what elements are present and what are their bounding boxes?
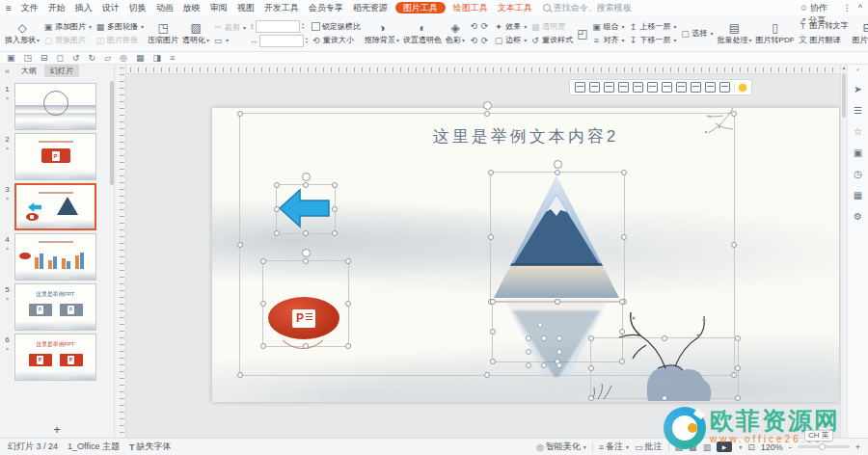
properties-icon[interactable]: ☰ — [854, 105, 862, 116]
selection-handle-nw[interactable] — [490, 299, 496, 305]
batch-process-button[interactable]: ▤批量处理▾ — [716, 17, 754, 50]
tab-slides[interactable]: 幻灯片 — [44, 65, 79, 77]
multi-picture-carousel-button[interactable]: ▦多图轮播▾ — [95, 21, 144, 32]
ppt-logo-ellipse[interactable]: P — [268, 297, 339, 339]
selection-handle[interactable] — [556, 349, 562, 355]
selection-handle-sw[interactable] — [260, 343, 266, 349]
selection-handle-w[interactable] — [274, 206, 280, 212]
picture-width-input-stepper[interactable]: ▴ ▾ — [306, 37, 308, 44]
selection-handle-sw[interactable] — [237, 372, 243, 378]
menu-item-设计[interactable]: 设计 — [97, 3, 124, 13]
same-width-icon[interactable] — [691, 82, 701, 93]
thumb-canvas-6[interactable]: 这里是举例PPT P P — [14, 334, 96, 381]
selection-handle-s[interactable] — [303, 230, 309, 236]
picture-to-pdf-button[interactable]: ▯图片转PDF — [754, 17, 797, 50]
rotation-handle[interactable] — [302, 173, 311, 181]
menu-item-会员专享[interactable]: 会员专享 — [304, 3, 348, 13]
selection-handle-n[interactable] — [555, 299, 560, 305]
selection-handle-se[interactable] — [619, 359, 625, 364]
settings-icon[interactable]: ⚙ — [854, 211, 862, 222]
selection-handle-nw[interactable] — [588, 335, 594, 341]
selection-handle-e[interactable] — [332, 206, 338, 212]
zoom-in-button[interactable]: + — [855, 442, 860, 452]
set-transparent-color-button[interactable]: ◐设置透明色 — [401, 17, 444, 50]
selection-handle[interactable] — [541, 335, 547, 341]
selection-handle-se[interactable] — [731, 372, 737, 378]
rotate-flip-icon-1[interactable]: ⟳ — [481, 21, 489, 31]
picture-style-tool-button[interactable]: ◰ — [575, 17, 589, 50]
save-icon[interactable]: ▣ — [7, 52, 15, 64]
distribute-horizontal-icon[interactable] — [662, 82, 672, 93]
tab-outline[interactable]: 大纲 — [19, 65, 39, 77]
remove-background-button[interactable]: ◑抠除背景▾ — [363, 17, 401, 50]
sidebar-collapse-icon[interactable]: ‹ — [856, 66, 859, 74]
add-slide-button[interactable]: + — [0, 422, 114, 439]
menu-item-审阅[interactable]: 审阅 — [205, 3, 232, 13]
print-icon[interactable]: ⊟ — [41, 52, 48, 64]
hamburger-icon[interactable]: ≡ — [0, 3, 16, 13]
effects-button[interactable]: ✦效果▾ — [494, 21, 527, 32]
picture-icon[interactable]: ◨ — [152, 52, 161, 64]
grid-view-icon[interactable] — [719, 82, 730, 93]
collaborate-button[interactable]: ☺协作 — [800, 2, 836, 14]
crop-ratio-button[interactable]: ▭▾ — [213, 36, 246, 45]
notes-button[interactable]: ≡ 备注▾ — [599, 441, 629, 453]
group-button[interactable]: ▣组合▾ — [591, 21, 624, 32]
rotation-handle[interactable] — [483, 101, 492, 110]
tool-tab-图片工具[interactable]: 图片工具 — [395, 2, 446, 13]
more-menu-icon[interactable]: ⋮ — [843, 3, 852, 13]
picture-height-input[interactable] — [256, 20, 300, 33]
menu-item-开始[interactable]: 开始 — [43, 3, 70, 13]
reset-style-button[interactable]: ↺重设样式 — [530, 35, 573, 45]
animation-icon[interactable]: ☆ — [854, 126, 862, 137]
menu-item-稻壳资源[interactable]: 稻壳资源 — [348, 3, 393, 13]
panel-collapse-icon[interactable]: « — [5, 67, 10, 76]
selection-handle-sw[interactable] — [588, 395, 594, 401]
picture-width-input[interactable] — [259, 35, 304, 47]
selection-handle[interactable] — [526, 335, 531, 341]
selection-handle-ne[interactable] — [621, 170, 627, 175]
selection-handle-s[interactable] — [303, 343, 309, 349]
selection-handle-ne[interactable] — [332, 182, 338, 188]
selection-handle-se[interactable] — [345, 343, 351, 349]
selection-handle-ne[interactable] — [735, 335, 741, 341]
menu-item-切换[interactable]: 切换 — [124, 3, 151, 13]
tool-tab-文本工具[interactable]: 文本工具 — [493, 3, 537, 13]
triangle-mountain-image[interactable] — [492, 174, 621, 300]
thumb-canvas-3[interactable] — [14, 183, 96, 230]
lock-aspect-ratio-button[interactable]: 锁定纵横比 — [312, 21, 361, 32]
selection-handle-n[interactable] — [662, 335, 667, 341]
picture-translate-button[interactable]: 文图片翻译 — [799, 34, 849, 46]
align-top-icon[interactable] — [618, 82, 629, 93]
distribute-vertical-icon[interactable] — [676, 82, 687, 93]
rotation-handle[interactable] — [302, 249, 311, 257]
align-middle-icon[interactable] — [633, 82, 643, 93]
slide-thumbnail-3-selected[interactable]: 3✦ — [0, 183, 110, 230]
selection-handle-n[interactable] — [303, 182, 309, 188]
align-bottom-icon[interactable] — [647, 82, 658, 93]
comments-button[interactable]: ▭ 批注 — [635, 441, 663, 453]
reset-size-button[interactable]: ⟲重设大小 — [312, 35, 361, 45]
selection-handle[interactable] — [556, 335, 562, 341]
menu-item-放映[interactable]: 放映 — [178, 3, 205, 13]
scrollbar-thumb[interactable] — [842, 73, 846, 118]
slide-canvas[interactable]: 这里是举例文本内容2 — [212, 108, 839, 402]
align-center-icon[interactable] — [589, 82, 600, 93]
same-height-icon[interactable] — [705, 82, 716, 93]
share-button[interactable]: ↗分享 — [800, 14, 836, 27]
rotate-flip-icon-0[interactable]: ⟲ — [471, 21, 478, 31]
lock-aspect-ratio-checkbox[interactable] — [312, 22, 320, 31]
collapse-ribbon-icon[interactable]: ^ — [858, 3, 862, 13]
selection-handle-se[interactable] — [332, 230, 338, 236]
selection-handle-w[interactable] — [488, 234, 494, 240]
command-search[interactable]: 查找命令、搜索模板 — [543, 2, 632, 14]
align-button[interactable]: ≡对齐▾ — [591, 35, 624, 45]
print-preview-icon[interactable]: ◻ — [57, 52, 64, 64]
find-replace-icon[interactable]: ◎ — [120, 52, 127, 64]
menu-item-文件[interactable]: 文件 — [16, 3, 43, 13]
design-icon[interactable]: ▣ — [854, 147, 862, 158]
selection-handle-w[interactable] — [260, 301, 266, 307]
selection-handle-e[interactable] — [345, 301, 351, 307]
format-painter-icon[interactable]: ▱ — [104, 52, 111, 64]
picture-height-input-stepper[interactable]: ▴ ▾ — [302, 22, 304, 30]
